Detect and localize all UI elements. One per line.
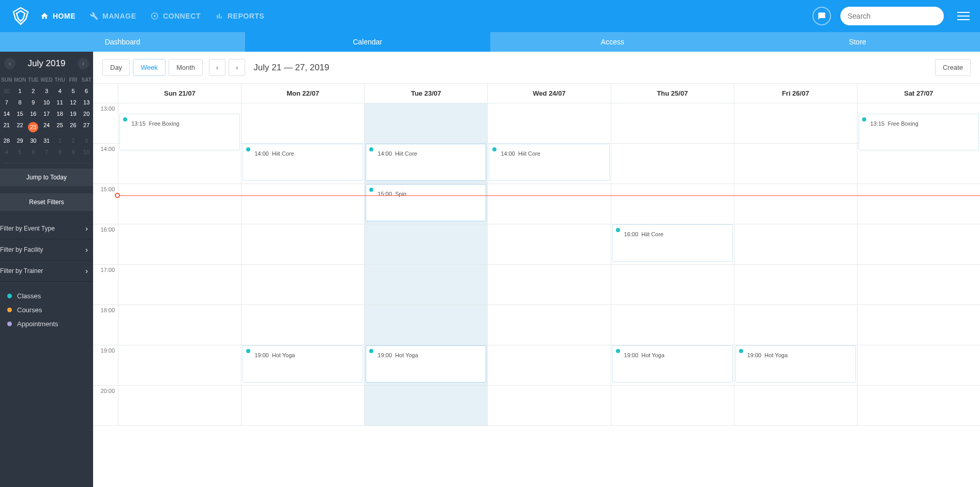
filter-filter-by-facility[interactable]: Filter by Facility› — [0, 239, 93, 261]
calendar-cell[interactable] — [241, 224, 364, 264]
calendar-cell[interactable] — [734, 224, 857, 264]
tab-calendar[interactable]: Calendar — [245, 32, 490, 52]
calendar-cell[interactable] — [118, 144, 241, 184]
calendar-cell[interactable] — [364, 265, 487, 305]
mini-cal-day[interactable]: 11 — [53, 97, 67, 108]
event-hiit-core[interactable]: 14:00 Hiit Core — [243, 144, 363, 181]
calendar-cell[interactable]: 19:00 Hot Yoga — [611, 345, 734, 385]
create-button[interactable]: Create — [935, 59, 971, 76]
event-hiit-core[interactable]: 16:00 Hiit Core — [612, 224, 733, 262]
mini-cal-day[interactable]: 10 — [40, 97, 53, 108]
view-day-button[interactable]: Day — [102, 59, 130, 76]
mini-cal-day[interactable]: 6 — [26, 146, 40, 158]
calendar-cell[interactable] — [857, 184, 980, 224]
tab-access[interactable]: Access — [490, 32, 735, 52]
calendar-cell[interactable] — [857, 144, 980, 184]
next-button[interactable]: › — [229, 59, 245, 76]
mini-cal-day[interactable]: 29 — [13, 135, 27, 146]
calendar-cell[interactable] — [487, 224, 610, 264]
calendar-cell[interactable] — [118, 345, 241, 385]
mini-cal-day[interactable]: 5 — [13, 146, 27, 158]
nav-item-reports[interactable]: REPORTS — [215, 12, 264, 20]
mini-cal-day[interactable]: 4 — [53, 85, 67, 97]
event-hiit-core[interactable]: 14:00 Hiit Core — [489, 144, 609, 181]
calendar-cell[interactable] — [734, 103, 857, 143]
mini-cal-day[interactable]: 24 — [40, 119, 53, 135]
calendar-cell[interactable]: 14:00 Hiit Core — [364, 144, 487, 184]
mini-cal-day[interactable]: 8 — [13, 97, 27, 108]
calendar-cell[interactable]: 14:00 Hiit Core — [487, 144, 610, 184]
calendar-cell[interactable] — [487, 386, 610, 425]
mini-cal-day[interactable]: 7 — [40, 146, 53, 158]
calendar-cell[interactable] — [487, 265, 610, 305]
calendar-cell[interactable] — [611, 144, 734, 184]
mini-cal-day[interactable]: 1 — [53, 135, 67, 146]
calendar-cell[interactable] — [857, 345, 980, 385]
nav-item-connect[interactable]: CONNECT — [150, 12, 201, 20]
calendar-cell[interactable]: 16:00 Hiit Core — [611, 224, 734, 264]
event-hot-yoga[interactable]: 19:00 Hot Yoga — [735, 345, 856, 383]
calendar-cell[interactable]: 13:15 Free Boxing — [857, 103, 980, 143]
mini-cal-day[interactable]: 21 — [0, 119, 13, 135]
mini-cal-day[interactable]: 4 — [0, 146, 13, 158]
prev-button[interactable]: ‹ — [209, 59, 225, 76]
mini-cal-day[interactable]: 28 — [0, 135, 13, 146]
calendar-cell[interactable] — [857, 386, 980, 425]
calendar-cell[interactable]: 13:15 Free Boxing — [118, 103, 241, 143]
mini-cal-day[interactable]: 23 — [26, 119, 40, 135]
calendar-cell[interactable] — [241, 103, 364, 143]
mini-cal-day[interactable]: 7 — [0, 97, 13, 108]
calendar-cell[interactable] — [364, 224, 487, 264]
mini-cal-day[interactable]: 13 — [80, 97, 93, 108]
calendar-cell[interactable] — [118, 265, 241, 305]
calendar-cell[interactable] — [734, 386, 857, 425]
calendar-cell[interactable]: 19:00 Hot Yoga — [241, 345, 364, 385]
event-hot-yoga[interactable]: 19:00 Hot Yoga — [243, 345, 363, 383]
calendar-cell[interactable] — [611, 386, 734, 425]
logo[interactable] — [10, 6, 31, 26]
calendar-cell[interactable] — [734, 265, 857, 305]
mini-cal-day[interactable]: 9 — [67, 146, 80, 158]
mini-cal-day[interactable]: 19 — [67, 108, 80, 119]
mini-cal-day[interactable]: 30 — [0, 85, 13, 97]
mini-cal-day[interactable]: 5 — [67, 85, 80, 97]
mini-cal-day[interactable]: 6 — [80, 85, 93, 97]
mini-cal-day[interactable]: 3 — [40, 85, 53, 97]
calendar-cell[interactable] — [364, 386, 487, 425]
mini-cal-day[interactable]: 18 — [53, 108, 67, 119]
calendar-cell[interactable] — [241, 265, 364, 305]
calendar-cell[interactable]: 19:00 Hot Yoga — [734, 345, 857, 385]
calendar-cell[interactable] — [118, 305, 241, 345]
calendar-cell[interactable] — [487, 305, 610, 345]
mini-cal-day[interactable]: 17 — [40, 108, 53, 119]
mini-cal-day[interactable]: 16 — [26, 108, 40, 119]
event-hiit-core[interactable]: 14:00 Hiit Core — [366, 144, 486, 181]
event-spin[interactable]: 15:00 Spin — [366, 184, 486, 221]
jump-today-button[interactable]: Jump to Today — [0, 169, 93, 186]
mini-cal-day[interactable]: 15 — [13, 108, 27, 119]
mini-cal-day[interactable]: 22 — [13, 119, 27, 135]
mini-cal-day[interactable]: 31 — [40, 135, 53, 146]
mini-cal-day[interactable]: 25 — [53, 119, 67, 135]
tab-dashboard[interactable]: Dashboard — [0, 32, 245, 52]
calendar-cell[interactable] — [487, 345, 610, 385]
mini-cal-day[interactable]: 3 — [80, 135, 93, 146]
calendar-cell[interactable] — [241, 305, 364, 345]
mini-cal-day[interactable]: 14 — [0, 108, 13, 119]
calendar-cell[interactable] — [734, 144, 857, 184]
calendar-cell[interactable] — [364, 103, 487, 143]
mini-cal-day[interactable]: 2 — [26, 85, 40, 97]
search-input[interactable] — [848, 12, 938, 20]
calendar-cell[interactable] — [611, 184, 734, 224]
reset-filters-button[interactable]: Reset Filters — [0, 193, 93, 211]
menu-button[interactable] — [957, 12, 970, 20]
calendar-cell[interactable] — [857, 265, 980, 305]
calendar-cell[interactable] — [487, 103, 610, 143]
calendar-cell[interactable] — [241, 184, 364, 224]
mini-cal-prev[interactable]: ‹ — [4, 58, 16, 69]
calendar-cell[interactable] — [857, 224, 980, 264]
calendar-cell[interactable] — [734, 184, 857, 224]
mini-cal-day[interactable]: 20 — [80, 108, 93, 119]
tab-store[interactable]: Store — [735, 32, 980, 52]
mini-cal-day[interactable]: 12 — [67, 97, 80, 108]
